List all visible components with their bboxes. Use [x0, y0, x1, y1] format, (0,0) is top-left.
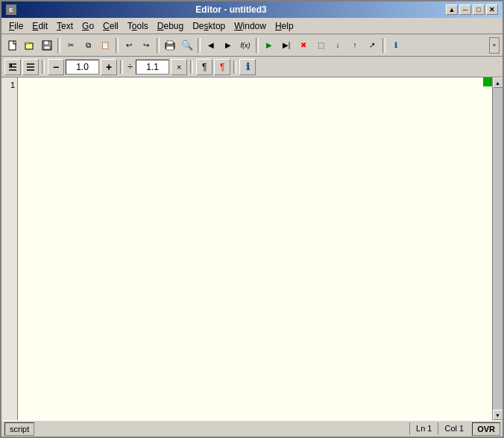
menu-file[interactable]: File: [4, 19, 28, 33]
ovr-status: OVR: [472, 422, 500, 436]
line-gutter: 1: [1, 77, 18, 420]
menu-text[interactable]: Text: [52, 19, 78, 33]
main-area: 1 ▲ ▼: [1, 77, 503, 420]
line-status: Ln 1: [409, 422, 438, 434]
titlebar-controls: ▲ ─ □ ✕: [446, 4, 498, 15]
sep4: [198, 38, 201, 53]
menu-window[interactable]: Window: [230, 19, 271, 33]
editor-corner-indicator: [483, 77, 492, 86]
sep2: [116, 38, 119, 53]
forward-button[interactable]: ▶: [220, 37, 236, 54]
show-formatting2-button[interactable]: ¶: [214, 59, 230, 75]
line-spacing-decrease-button[interactable]: −: [48, 59, 64, 75]
svg-rect-5: [44, 46, 50, 49]
sep1: [57, 38, 60, 53]
find-button[interactable]: 🔍: [179, 37, 195, 54]
ln-value: 1: [427, 424, 432, 433]
menu-debug[interactable]: Debug: [153, 19, 188, 33]
line-spacing-input[interactable]: [66, 60, 99, 74]
run-prev-button[interactable]: ▶|: [278, 37, 294, 54]
toolbar-format: − + ÷ × ¶ ¶ ℹ: [1, 57, 503, 77]
scroll-up-button[interactable]: ▲: [493, 77, 503, 88]
help-button[interactable]: ℹ: [239, 59, 256, 75]
info-button[interactable]: ℹ: [388, 37, 404, 54]
restore-button[interactable]: □: [473, 4, 485, 15]
sep6: [382, 38, 385, 53]
step-over-button[interactable]: ↗: [364, 37, 380, 54]
redo-button[interactable]: ↪: [138, 37, 154, 54]
cut-button[interactable]: ✂: [63, 37, 79, 54]
menu-edit[interactable]: Edit: [28, 19, 52, 33]
col-value: 1: [459, 424, 464, 433]
window-title: Editor - untitled3: [16, 4, 446, 15]
line-number-1: 1: [1, 79, 15, 89]
sep-tb2-2: [120, 60, 123, 74]
paste-button[interactable]: 📋: [97, 37, 113, 54]
sep3: [157, 38, 160, 53]
copy-button[interactable]: ⧉: [80, 37, 96, 54]
function-button[interactable]: f(x): [237, 37, 253, 54]
menubar: File Edit Text Go Cell Tools Debug Deskt…: [1, 18, 503, 34]
col-label: Col: [444, 424, 457, 433]
sep-tb2-4: [233, 60, 236, 74]
script-status: script: [4, 422, 34, 436]
toolbar-main: ✂ ⧉ 📋 ↩ ↪ 🔍 ◀ ▶ f(x) ▶ ▶| ✖ ⬚ ↓ ↑ ↗ ℹ »: [1, 34, 503, 57]
open-button[interactable]: [22, 37, 38, 54]
ln-label: Ln: [416, 424, 425, 433]
statusbar: script Ln 1 Col 1 OVR: [1, 420, 503, 437]
app-icon: E: [6, 4, 16, 15]
menu-go[interactable]: Go: [78, 19, 98, 33]
menu-help[interactable]: Help: [271, 19, 298, 33]
step-button[interactable]: ⬚: [312, 37, 329, 54]
script-label: script: [10, 425, 29, 434]
para-spacing-input[interactable]: [136, 60, 169, 74]
sep-tb2-1: [42, 60, 45, 74]
stop-button[interactable]: ✖: [295, 37, 312, 54]
print-button[interactable]: [162, 37, 178, 54]
svg-rect-7: [167, 41, 173, 44]
scroll-down-button[interactable]: ▼: [493, 410, 503, 420]
titlebar: E Editor - untitled3 ▲ ─ □ ✕: [1, 1, 503, 18]
toolbar-overflow-button[interactable]: »: [489, 37, 500, 54]
step-into-button[interactable]: ↓: [330, 37, 346, 54]
svg-rect-4: [44, 41, 48, 45]
menu-tools[interactable]: Tools: [123, 19, 153, 33]
run-button[interactable]: ▶: [261, 37, 277, 54]
sep5: [256, 38, 259, 53]
back-button[interactable]: ◀: [203, 37, 219, 54]
undo-button[interactable]: ↩: [121, 37, 137, 54]
new-button[interactable]: [4, 37, 21, 54]
vertical-scrollbar[interactable]: ▲ ▼: [492, 77, 503, 420]
para-spacing-label: ÷: [126, 61, 134, 72]
svg-rect-8: [166, 46, 174, 50]
minimize-button[interactable]: ─: [459, 4, 471, 15]
step-out-button[interactable]: ↑: [347, 37, 363, 54]
list-button[interactable]: [22, 59, 39, 75]
col-status: Col 1: [438, 422, 470, 434]
status-right: Ln 1 Col 1 OVR: [409, 422, 503, 436]
scroll-track[interactable]: [493, 88, 503, 410]
show-formatting-button[interactable]: ¶: [196, 59, 212, 75]
save-button[interactable]: [39, 37, 55, 54]
menu-cell[interactable]: Cell: [98, 19, 123, 33]
svg-rect-2: [25, 42, 29, 44]
sep-tb2-3: [190, 60, 193, 74]
editor-area[interactable]: [18, 77, 492, 420]
rollup-button[interactable]: ▲: [446, 4, 458, 15]
indent-decrease-button[interactable]: [4, 59, 21, 75]
ovr-label: OVR: [477, 425, 495, 434]
close-button[interactable]: ✕: [486, 4, 498, 15]
line-spacing-increase-button[interactable]: +: [101, 59, 117, 75]
titlebar-left: E: [6, 4, 16, 15]
para-close-button[interactable]: ×: [171, 59, 187, 75]
main-window: E Editor - untitled3 ▲ ─ □ ✕ File Edit T…: [0, 0, 504, 438]
menu-desktop[interactable]: Desktop: [188, 19, 230, 33]
